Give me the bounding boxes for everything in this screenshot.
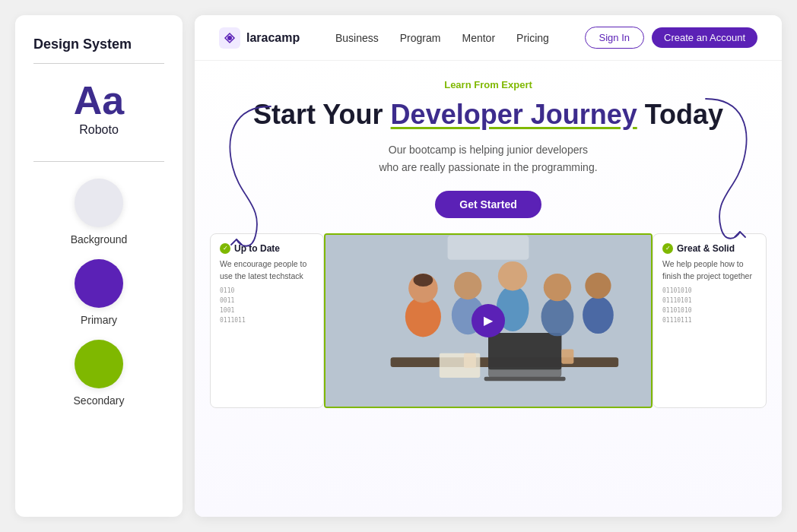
- font-sample: Aa: [74, 81, 124, 120]
- svg-point-19: [585, 273, 611, 299]
- feature-card-left-text: We encourage people to use the latest te…: [220, 258, 314, 283]
- hero-subtext: Our bootcamp is helping junior developer…: [379, 141, 597, 176]
- headline-part2: Today: [637, 99, 723, 130]
- feature-card-right: ✓ Great & Solid We help people how to fi…: [653, 233, 767, 408]
- color-primary-label: Primary: [81, 314, 117, 326]
- design-system-title: Design System: [33, 36, 164, 52]
- font-section: Aa Roboto: [33, 81, 164, 137]
- hero-sub-line1: Our bootcamp is helping junior developer…: [389, 144, 588, 156]
- color-background-circle: [75, 179, 123, 227]
- signin-button[interactable]: Sign In: [585, 27, 644, 49]
- svg-point-13: [454, 272, 481, 299]
- svg-rect-6: [484, 377, 566, 381]
- nav-mentor[interactable]: Mentor: [462, 32, 495, 44]
- check-icon-right: ✓: [662, 243, 673, 254]
- hero-section: Learn From Expert Start Your Developer J…: [195, 61, 782, 517]
- svg-point-16: [541, 297, 574, 336]
- svg-rect-20: [448, 236, 529, 260]
- svg-point-17: [544, 274, 571, 301]
- feature-card-left-header: ✓ Up to Date: [220, 243, 314, 254]
- logo-icon: [219, 27, 240, 49]
- color-secondary-circle: [75, 340, 123, 388]
- color-secondary-label: Secondary: [74, 394, 125, 407]
- svg-point-18: [583, 296, 614, 334]
- headline-part1: Start Your: [253, 99, 391, 130]
- get-started-button[interactable]: Get Started: [435, 191, 541, 218]
- feature-card-right-title: Great & Solid: [677, 243, 735, 254]
- create-account-button[interactable]: Create an Account: [652, 27, 757, 48]
- play-button[interactable]: ▶: [472, 304, 505, 337]
- design-system-panel: Design System Aa Roboto Background Prima…: [15, 15, 183, 517]
- nav-program[interactable]: Program: [400, 32, 441, 44]
- svg-point-11: [414, 274, 433, 287]
- svg-rect-5: [488, 333, 561, 369]
- feature-card-left-title: Up to Date: [234, 243, 280, 254]
- feature-card-right-binary: 01101010011101010110101001110111: [662, 287, 757, 325]
- color-secondary-item: Secondary: [74, 340, 125, 407]
- font-name: Roboto: [79, 123, 119, 137]
- hero-cards-area: ✓ Up to Date We encourage people to use …: [210, 233, 767, 408]
- svg-rect-21: [440, 353, 481, 378]
- colors-section: Background Primary Secondary: [33, 179, 164, 420]
- hero-headline: Start Your Developer Journey Today: [253, 98, 723, 131]
- page-wrapper: Design System Aa Roboto Background Prima…: [0, 0, 797, 532]
- color-background-item: Background: [71, 179, 128, 245]
- feature-card-left-binary: 0110001110010111011: [220, 287, 314, 325]
- svg-point-15: [498, 261, 528, 291]
- check-icon-left: ✓: [220, 243, 230, 254]
- feature-card-left: ✓ Up to Date We encourage people to use …: [210, 233, 324, 408]
- navbar-links: Business Program Mentor Pricing: [335, 32, 549, 44]
- headline-highlight: Developer Journey: [391, 99, 637, 130]
- svg-rect-8: [561, 349, 573, 363]
- divider-1: [33, 63, 164, 64]
- hero-label: Learn From Expert: [444, 79, 532, 90]
- nav-business[interactable]: Business: [335, 32, 379, 44]
- color-background-label: Background: [71, 233, 128, 245]
- feature-card-right-header: ✓ Great & Solid: [662, 243, 757, 254]
- hero-sub-line2: who are really passionate in the program…: [379, 161, 597, 173]
- play-icon: ▶: [484, 313, 493, 328]
- preview-panel: laracamp Business Program Mentor Pricing…: [195, 15, 782, 517]
- svg-point-1: [227, 36, 232, 40]
- nav-pricing[interactable]: Pricing: [516, 32, 549, 44]
- logo-text: laracamp: [246, 31, 300, 45]
- color-primary-item: Primary: [75, 259, 123, 326]
- navbar: laracamp Business Program Mentor Pricing…: [195, 15, 782, 61]
- hero-image-container: ▶: [324, 233, 653, 408]
- divider-2: [33, 161, 164, 162]
- navbar-actions: Sign In Create an Account: [585, 27, 757, 49]
- feature-card-right-text: We help people how to finish the project…: [662, 258, 757, 283]
- color-primary-circle: [75, 259, 123, 308]
- navbar-logo: laracamp: [219, 27, 300, 49]
